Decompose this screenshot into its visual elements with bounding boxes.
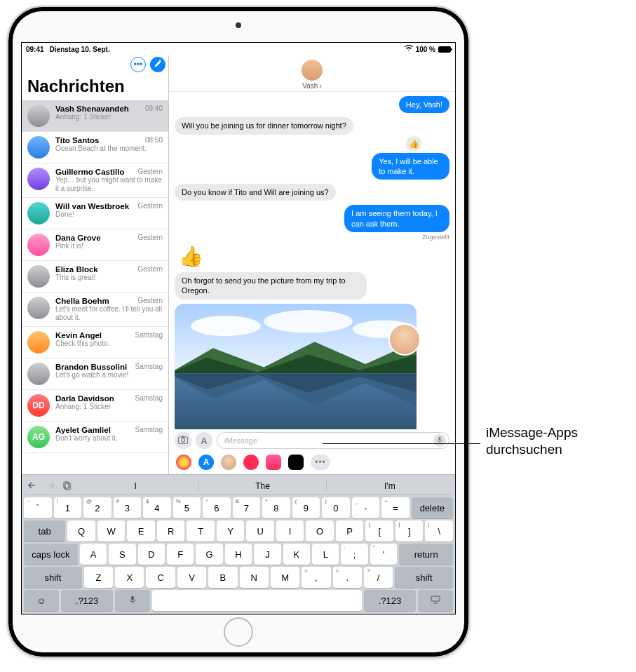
key-a[interactable]: A — [80, 544, 107, 565]
key-delete[interactable]: delete — [412, 497, 453, 518]
key-tab[interactable]: tab — [24, 520, 65, 542]
message-in[interactable]: Do you know if Tito and Will are joining… — [175, 184, 336, 201]
key-/[interactable]: ?/ — [364, 567, 393, 588]
key-z[interactable]: Z — [84, 567, 113, 588]
key-blank[interactable] — [152, 590, 362, 611]
key-q[interactable]: Q — [67, 520, 95, 542]
key-hide-keyboard[interactable] — [418, 590, 453, 611]
key-t[interactable]: T — [187, 520, 215, 542]
photos-app-icon[interactable] — [176, 455, 191, 470]
key-6[interactable]: ^6 — [203, 497, 231, 518]
conversation-list[interactable]: Vash Shenavandeh 09:40 Anhang: 1 Sticker… — [22, 100, 168, 474]
memoji-sticker[interactable] — [388, 323, 421, 356]
key-b[interactable]: B — [208, 567, 237, 588]
key-x[interactable]: X — [115, 567, 144, 588]
key-o[interactable]: O — [306, 520, 334, 542]
key--[interactable]: _- — [352, 497, 380, 518]
key-0[interactable]: )0 — [322, 497, 350, 518]
key-5[interactable]: %5 — [173, 497, 201, 518]
key-[[interactable]: {[ — [365, 520, 393, 542]
appstore-button[interactable]: A — [196, 432, 212, 449]
key-w[interactable]: W — [97, 520, 126, 542]
key-4[interactable]: $4 — [143, 497, 171, 518]
key-p[interactable]: P — [336, 520, 364, 542]
key-shift[interactable]: shift — [24, 567, 82, 588]
conversation-item[interactable]: Kevin Angel Samstag Check this photo. — [22, 327, 168, 358]
key-n[interactable]: N — [240, 567, 269, 588]
message-in[interactable]: Oh forgot to send you the picture from m… — [175, 272, 367, 300]
key-s[interactable]: S — [109, 544, 135, 565]
conversation-item[interactable]: Brandon Bussolini Samstag Let's go watch… — [22, 358, 168, 390]
key-'[interactable]: "' — [370, 544, 397, 565]
key-h[interactable]: H — [225, 544, 252, 565]
camera-button[interactable] — [175, 432, 191, 449]
key-f[interactable]: F — [167, 544, 194, 565]
key-1[interactable]: !1 — [54, 497, 82, 518]
conversation-item[interactable]: DD Darla Davidson Samstag Anhang: 1 Stic… — [22, 390, 168, 422]
key-.[interactable]: >. — [333, 567, 362, 588]
key-2[interactable]: @2 — [83, 497, 111, 518]
appstore-app-icon[interactable] — [198, 455, 214, 470]
contact-avatar[interactable] — [302, 60, 323, 81]
conversation-item[interactable]: AG Ayelet Gamliel Samstag Don't worry ab… — [22, 422, 168, 453]
conversation-item[interactable]: Vash Shenavandeh 09:40 Anhang: 1 Sticker — [22, 100, 168, 132]
key-caps lock[interactable]: caps lock — [24, 544, 78, 565]
message-emoji[interactable]: 👍 — [175, 245, 203, 268]
message-out[interactable]: I am seeing them today, I can ask them. — [344, 205, 449, 232]
conversation-item[interactable]: Will van Westbroek Gestern Done! — [22, 198, 168, 229]
home-button[interactable] — [224, 617, 253, 647]
key-e[interactable]: E — [127, 520, 155, 542]
key-emoji[interactable]: ☺ — [24, 590, 59, 611]
image-search-app-icon[interactable] — [243, 455, 259, 470]
more-apps-button[interactable]: ••• — [311, 455, 330, 470]
suggestion[interactable]: I — [72, 481, 198, 491]
key-3[interactable]: #3 — [114, 497, 142, 518]
message-photo[interactable] — [175, 304, 417, 429]
key-return[interactable]: return — [399, 544, 453, 565]
conversation-item[interactable]: Tito Santos 08:50 Ocean Beach at the mom… — [22, 132, 168, 163]
message-out[interactable]: Hey, Vash! — [399, 96, 449, 113]
conversation-item[interactable]: Eliza Block Gestern This is great! — [22, 261, 168, 293]
key-7[interactable]: &7 — [233, 497, 261, 518]
key-.?123[interactable]: .?123 — [364, 590, 417, 611]
conversation-item[interactable]: Chella Boehm Gestern Let's meet for coff… — [22, 293, 168, 327]
clipboard-button[interactable] — [62, 481, 72, 492]
suggestion[interactable]: The — [198, 481, 325, 491]
key-j[interactable]: J — [254, 544, 280, 565]
undo-button[interactable] — [28, 481, 38, 492]
memoji-app-icon[interactable] — [221, 455, 236, 470]
key-\[interactable]: |\ — [425, 520, 453, 542]
more-button[interactable]: ••• — [130, 57, 146, 72]
redo-button[interactable] — [45, 481, 55, 492]
animoji-app-icon[interactable] — [288, 455, 304, 470]
key-u[interactable]: U — [246, 520, 274, 542]
key-shift[interactable]: shift — [395, 567, 453, 588]
key-c[interactable]: C — [146, 567, 175, 588]
key-k[interactable]: K — [283, 544, 310, 565]
key-i[interactable]: I — [276, 520, 304, 542]
key-.?123[interactable]: .?123 — [61, 590, 114, 611]
suggestion[interactable]: I'm — [326, 481, 453, 491]
message-out[interactable]: Yes, I will be able to make it. — [372, 153, 449, 180]
key-d[interactable]: D — [138, 544, 165, 565]
tapback-thumbsup[interactable]: 👍 — [406, 136, 421, 152]
compose-button[interactable] — [150, 57, 165, 72]
dictate-button[interactable] — [433, 434, 446, 447]
key-9[interactable]: (9 — [292, 497, 320, 518]
key-`[interactable]: ~` — [24, 497, 52, 518]
key-8[interactable]: *8 — [262, 497, 290, 518]
key-;[interactable]: :; — [341, 544, 367, 565]
key-g[interactable]: G — [196, 544, 222, 565]
key-dictate[interactable] — [115, 590, 150, 611]
key-][interactable]: }] — [395, 520, 424, 542]
key-v[interactable]: V — [177, 567, 206, 588]
chat-header[interactable]: Vash › — [169, 55, 455, 92]
key-r[interactable]: R — [157, 520, 185, 542]
chat-messages[interactable]: Hey, Vash! Will you be joining us for di… — [169, 92, 455, 429]
key-m[interactable]: M — [271, 567, 299, 588]
key-,[interactable]: <, — [302, 567, 330, 588]
conversation-item[interactable]: Guillermo Castillo Gestern Yep… but you … — [22, 163, 168, 198]
message-in[interactable]: Will you be joining us for dinner tomorr… — [175, 117, 353, 134]
music-app-icon[interactable] — [266, 455, 281, 470]
message-input[interactable]: iMessage — [217, 432, 449, 449]
